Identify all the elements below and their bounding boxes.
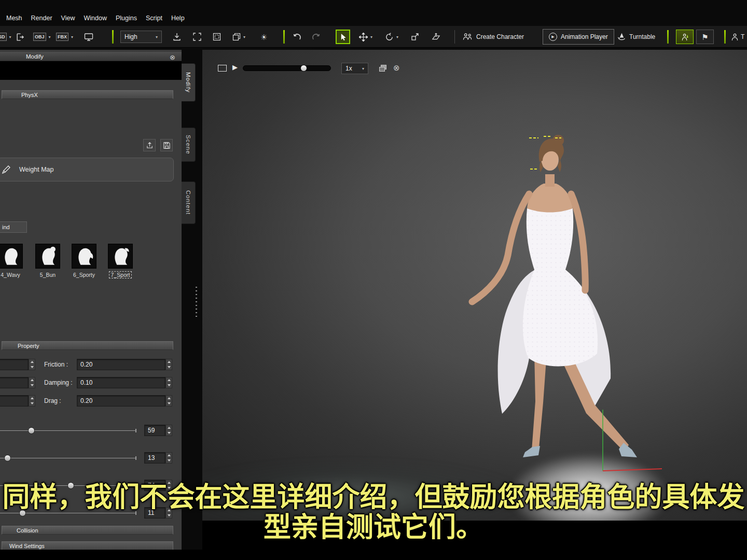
undo-button[interactable] [293,26,302,48]
slider-value-field[interactable]: 59 [144,425,165,436]
slider-value-field[interactable]: 13 [144,452,165,464]
create-character-button[interactable]: Create Character [463,26,524,48]
timeline-slider[interactable] [243,65,331,71]
playback-speed-value: 1x [345,65,352,72]
turntable-button[interactable]: Turntable [617,26,655,48]
lighting-button[interactable]: ☀ [260,26,267,48]
close-timeline-button[interactable]: ⊗ [393,63,400,73]
canvas-size-button[interactable] [213,26,221,48]
close-icon[interactable]: ⊗ [170,53,175,61]
spinner-down[interactable] [166,365,172,370]
value-spinner[interactable] [165,425,172,436]
slider-track[interactable] [0,458,136,458]
animation-player-button[interactable]: ▶ Animation Player [543,26,614,48]
spinner-down[interactable] [166,430,172,436]
flag-button[interactable]: ⚑ [696,26,714,48]
save-preset-button[interactable] [160,139,173,151]
panel-title-bar[interactable]: Modify ⊗ [0,52,182,61]
value-spinner[interactable] [165,377,172,388]
marquee-icon[interactable] [218,65,227,72]
menu-window[interactable]: Window [84,15,106,22]
drag-field[interactable]: 0.20 [77,395,165,407]
preview-button[interactable] [84,26,93,48]
slider-handle[interactable] [28,427,35,434]
spinner-down[interactable] [29,365,35,370]
select-tool-button[interactable] [336,26,350,48]
quality-dropdown[interactable]: High ▾ [120,26,162,48]
redo-button[interactable] [311,26,321,48]
bottom-letterbox [0,550,747,560]
value-spinner[interactable] [29,377,35,388]
spinner-up[interactable] [166,453,172,458]
layers-button[interactable]: ▾ [232,26,245,48]
fbx-export-button[interactable]: FBX ▾ [56,26,73,48]
section-physx[interactable]: PhysX [2,90,173,99]
rotate-tool-button[interactable]: ▾ [385,26,398,48]
damping-field[interactable]: 0.10 [77,377,165,388]
spinner-down[interactable] [29,383,35,388]
menu-script[interactable]: Script [146,15,162,22]
menu-help[interactable]: Help [171,15,185,22]
value-spinner[interactable] [29,395,35,407]
hair-thumbnail [72,244,96,269]
playback-speed-dropdown[interactable]: 1x ▾ [341,63,368,74]
character-model[interactable] [457,131,664,478]
import-button[interactable] [173,26,181,48]
tab-content[interactable]: Content [182,181,196,224]
menu-render[interactable]: Render [31,15,52,22]
hair-item-4-wavy[interactable]: 4_Wavy [0,244,27,279]
timeline-slider-handle[interactable] [300,65,307,72]
value-spinner[interactable] [165,395,172,407]
move-tool-button[interactable]: ▾ [359,26,372,48]
spinner-down[interactable] [29,401,35,406]
value-spinner[interactable] [165,359,172,370]
export-preset-button[interactable] [143,139,156,151]
cut-value-field[interactable] [0,377,29,388]
section-property[interactable]: Property [2,341,173,350]
spinner-up[interactable] [166,396,172,401]
plane-tool-button[interactable] [432,26,440,48]
spinner-up[interactable] [29,396,35,401]
person-arrow-icon [682,33,688,41]
export-button[interactable] [16,26,24,48]
right-truncated-label: T [741,33,744,40]
duplicate-view-button[interactable] [379,64,387,75]
spinner-down[interactable] [166,458,172,463]
character-pose-button[interactable] [676,26,694,48]
usd-export-button[interactable]: SD ▾ [0,26,11,48]
hair-item-7-sport[interactable]: 7_Sport [104,244,137,279]
weight-map-button[interactable]: Weight Map [0,158,174,181]
play-button[interactable]: ▶ [232,63,238,71]
chevron-down-icon: ▾ [9,35,11,39]
tab-scene[interactable]: Scene [182,128,196,162]
right-truncated-button[interactable]: T [731,26,744,48]
friction-field[interactable]: 0.20 [77,359,165,370]
menu-plugins[interactable]: Plugins [116,15,137,22]
cut-value-field[interactable] [0,359,29,370]
spinner-up[interactable] [166,425,172,430]
subtitle-line-2: 型亲自测试它们。 [0,505,747,544]
slider-track[interactable] [0,430,136,431]
panel-selected-strip [0,61,182,80]
tab-modify[interactable]: Modify [182,63,196,102]
spinner-down[interactable] [166,401,172,406]
menu-view[interactable]: View [61,15,75,22]
scale-tool-button[interactable] [411,26,419,48]
slider-handle[interactable] [4,455,11,461]
spinner-up[interactable] [29,377,35,383]
obj-export-button[interactable]: OBJ ▾ [33,26,51,48]
expand-icon [193,33,201,41]
value-spinner[interactable] [165,452,172,464]
spinner-up[interactable] [166,377,172,383]
hair-item-6-sporty[interactable]: 6_Sporty [67,244,101,279]
hair-item-5-bun[interactable]: 5_Bun [31,244,64,279]
spinner-down[interactable] [166,383,172,388]
menu-mesh[interactable]: Mesh [6,15,22,22]
fullscreen-button[interactable] [193,26,201,48]
wind-tab[interactable]: ind [0,221,27,233]
spinner-up[interactable] [166,359,172,365]
cut-value-field[interactable] [0,395,29,407]
panel-resize-handle[interactable] [196,287,197,318]
spinner-up[interactable] [29,359,35,365]
value-spinner[interactable] [29,359,35,370]
